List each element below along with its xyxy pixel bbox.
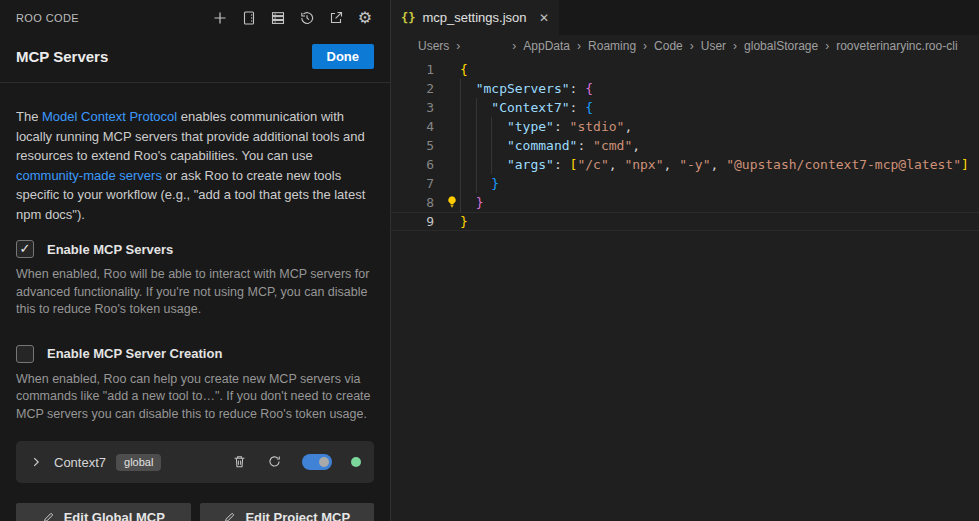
server-name: Context7: [54, 455, 106, 470]
delete-server-trash-icon[interactable]: [232, 454, 248, 470]
breadcrumb-separator: ›: [825, 39, 829, 53]
code-line-active: 9 }: [391, 212, 979, 231]
edit-project-mcp-label: Edit Project MCP: [245, 510, 350, 521]
line-number: 9: [391, 212, 434, 231]
server-row-context7: Context7 global: [16, 441, 374, 483]
line-number: 5: [391, 136, 434, 155]
enable-mcp-server-creation-description: When enabled, Roo can help you create ne…: [16, 371, 374, 424]
settings-gear-icon[interactable]: ⚙: [356, 9, 374, 27]
breadcrumb-separator: ›: [643, 39, 647, 53]
editor-area: {} mcp_settings.json ✕ Users › › AppData…: [391, 0, 979, 521]
open-in-editor-icon[interactable]: [327, 9, 345, 27]
pencil-icon: [42, 511, 55, 521]
new-task-plus-icon[interactable]: [211, 9, 229, 27]
breadcrumb-item[interactable]: globalStorage: [744, 39, 818, 53]
chevron-right-icon[interactable]: [29, 455, 43, 469]
toggle-knob: [319, 457, 329, 467]
code-line: 1 {: [391, 60, 979, 79]
server-status-dot: [351, 457, 361, 467]
editor-tabbar: {} mcp_settings.json ✕: [391, 0, 979, 35]
line-number: 6: [391, 155, 434, 174]
breadcrumb-item[interactable]: rooveterinaryinc.roo-cli: [836, 39, 957, 53]
code-line: 2 "mcpServers": {: [391, 79, 979, 98]
restart-server-refresh-icon[interactable]: [267, 454, 283, 470]
enable-mcp-servers-setting: ✓ Enable MCP Servers When enabled, Roo w…: [16, 240, 374, 319]
panel-topbar: ROO CODE ⚙: [16, 3, 374, 33]
code-line: 4 "type": "stdio",: [391, 117, 979, 136]
roo-code-panel: ROO CODE ⚙ MCP S: [0, 0, 391, 521]
breadcrumb: Users › › AppData › Roaming › Code › Use…: [391, 35, 979, 57]
tab-filename: mcp_settings.json: [422, 10, 526, 25]
history-icon[interactable]: [298, 9, 316, 27]
code-line: 7 }: [391, 174, 979, 193]
code-view: 1 { 2 "mcpServers": { 3 "Context7": { 4 …: [391, 57, 979, 231]
page-title: MCP Servers: [16, 48, 108, 65]
line-number: 4: [391, 117, 434, 136]
header-divider: [0, 82, 390, 83]
enable-mcp-server-creation-checkbox[interactable]: [16, 345, 34, 363]
intro-paragraph: The Model Context Protocol enables commu…: [16, 107, 374, 224]
panel-brand: ROO CODE: [16, 12, 79, 24]
breadcrumb-item[interactable]: Code: [654, 39, 683, 53]
mcp-servers-stack-icon[interactable]: [269, 9, 287, 27]
indent-guide: [476, 98, 477, 193]
code-line: 8 }: [391, 193, 979, 212]
breadcrumb-separator: ›: [577, 39, 581, 53]
line-number: 2: [391, 79, 434, 98]
code-line: 6 "args": ["/c", "npx", "-y", "@upstash/…: [391, 155, 979, 174]
breadcrumb-separator: ›: [690, 39, 694, 53]
done-button[interactable]: Done: [312, 44, 375, 69]
pencil-icon: [223, 511, 236, 521]
edit-global-mcp-button[interactable]: Edit Global MCP: [16, 503, 191, 521]
line-number: 3: [391, 98, 434, 117]
vscode-window: ROO CODE ⚙ MCP S: [0, 0, 979, 521]
server-enabled-toggle[interactable]: [302, 454, 332, 470]
enable-mcp-servers-description: When enabled, Roo will be able to intera…: [16, 266, 374, 319]
line-number: 8: [391, 193, 434, 212]
breadcrumb-separator: ›: [456, 39, 460, 53]
line-number: 7: [391, 174, 434, 193]
community-made-servers-link[interactable]: community-made servers: [16, 168, 162, 183]
server-scope-badge: global: [116, 454, 161, 471]
mcp-edit-actions: Edit Global MCP Edit Project MCP: [16, 503, 374, 521]
panel-header: MCP Servers Done: [16, 44, 374, 69]
code-line: 3 "Context7": {: [391, 98, 979, 117]
enable-mcp-servers-label: Enable MCP Servers: [47, 242, 173, 257]
breadcrumb-separator: ›: [512, 39, 516, 53]
edit-project-mcp-button[interactable]: Edit Project MCP: [200, 503, 375, 521]
enable-mcp-server-creation-setting: Enable MCP Server Creation When enabled,…: [16, 345, 374, 424]
prompts-notepad-icon[interactable]: [240, 9, 258, 27]
breadcrumb-item[interactable]: Users: [418, 39, 449, 53]
json-file-icon: {}: [401, 11, 415, 25]
line-number: 1: [391, 60, 434, 79]
breadcrumb-item[interactable]: Roaming: [588, 39, 636, 53]
tab-mcp-settings-json[interactable]: {} mcp_settings.json ✕: [391, 0, 559, 35]
indent-guide: [491, 117, 492, 174]
tab-close-icon[interactable]: ✕: [539, 11, 549, 25]
model-context-protocol-link[interactable]: Model Context Protocol: [42, 109, 177, 124]
breadcrumb-separator: ›: [733, 39, 737, 53]
indent-guide: [460, 79, 461, 212]
intro-text: The: [16, 109, 42, 124]
breadcrumb-item[interactable]: User: [701, 39, 726, 53]
breadcrumb-item[interactable]: AppData: [523, 39, 570, 53]
code-action-lightbulb-icon[interactable]: [445, 195, 459, 209]
enable-mcp-server-creation-label: Enable MCP Server Creation: [47, 346, 222, 361]
edit-global-mcp-label: Edit Global MCP: [64, 510, 165, 521]
enable-mcp-servers-checkbox[interactable]: ✓: [16, 240, 34, 258]
panel-toolbar: ⚙: [211, 9, 374, 27]
code-line: 5 "command": "cmd",: [391, 136, 979, 155]
